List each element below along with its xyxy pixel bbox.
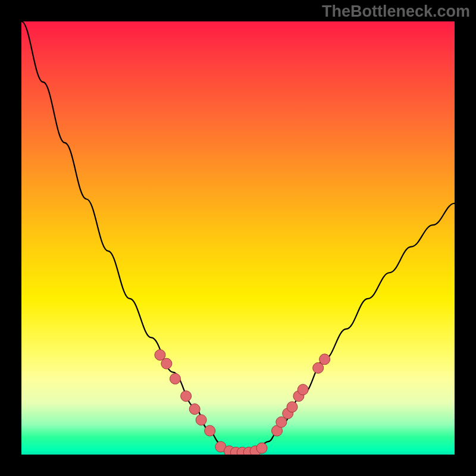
- data-point: [298, 384, 308, 395]
- data-markers: [155, 350, 330, 455]
- data-point: [320, 354, 330, 365]
- data-point: [196, 415, 206, 425]
- data-point: [189, 404, 200, 415]
- data-point: [256, 443, 267, 453]
- data-point: [161, 358, 172, 369]
- data-point: [287, 402, 298, 412]
- chart-svg: [21, 21, 455, 455]
- source-watermark: TheBottleneck.com: [322, 2, 470, 21]
- data-point: [205, 425, 215, 436]
- data-point: [170, 374, 180, 384]
- data-point: [181, 391, 192, 402]
- chart-plot-area: [21, 21, 455, 455]
- bottleneck-curve: [21, 21, 455, 455]
